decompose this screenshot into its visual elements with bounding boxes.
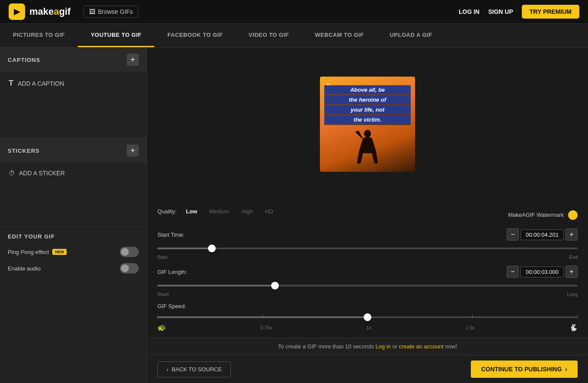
chevron-right-icon: ›: [565, 366, 567, 373]
ping-pong-toggle[interactable]: [120, 247, 139, 257]
gif-quote-line2: the heroine of: [324, 95, 411, 104]
gif-length-decrement[interactable]: −: [507, 266, 519, 278]
logo-text: makeagif: [29, 6, 70, 17]
add-caption-plus-button[interactable]: +: [127, 54, 139, 66]
stickers-content-area: [0, 183, 147, 227]
start-label-left: Start: [157, 254, 167, 260]
start-time-labels: Start End: [157, 254, 578, 260]
watermark-toggle[interactable]: [568, 210, 578, 220]
tab-upload[interactable]: UPLOAD A GIF: [377, 24, 445, 47]
logo-icon: ▶: [9, 3, 25, 20]
start-time-row: Start Time: − 00:00:04.201 + Start End: [157, 229, 578, 260]
start-label-right: End: [569, 254, 578, 260]
gif-speed-fill: [157, 316, 368, 318]
create-account-link[interactable]: create an account: [399, 343, 444, 350]
enable-audio-label-area: Enable audio: [8, 265, 41, 272]
gif-length-slider[interactable]: [157, 281, 578, 290]
gif-length-increment[interactable]: +: [566, 266, 578, 278]
browse-gifs-label: Browse GIFs: [98, 8, 133, 15]
gif-speed-thumb[interactable]: [364, 313, 371, 321]
content-area: " Above all, be the heroine of your life…: [147, 48, 588, 383]
enable-audio-row: Enable audio: [8, 263, 139, 274]
tab-webcam[interactable]: WEBCAM TO GIF: [302, 24, 377, 47]
quality-medium[interactable]: Medium: [207, 207, 232, 216]
login-link[interactable]: Log in: [375, 343, 390, 350]
text-icon: T: [9, 79, 13, 88]
quality-hd[interactable]: HD: [262, 207, 276, 216]
back-label: BACK TO SOURCE: [172, 366, 222, 373]
logo-area: ▶ makeagif: [9, 3, 70, 20]
speed-15: 1.5x: [466, 325, 475, 330]
edit-section-title: EDIT YOUR GIF: [8, 233, 139, 240]
ping-pong-row: Ping Pong effect NEW: [8, 247, 139, 257]
gif-length-track: [157, 285, 578, 286]
svg-point-0: [364, 130, 371, 138]
length-label-left: Short: [157, 292, 169, 297]
login-button[interactable]: LOG IN: [459, 8, 479, 15]
start-time-decrement[interactable]: −: [507, 229, 519, 241]
browse-gifs-button[interactable]: 🖼 Browse GIFs: [83, 6, 138, 18]
add-caption-button[interactable]: T ADD A CAPTION: [0, 72, 147, 95]
add-sticker-label: ADD A STICKER: [19, 170, 65, 177]
add-sticker-plus-button[interactable]: +: [127, 145, 139, 157]
tab-facebook[interactable]: FACEBOOK TO GIF: [154, 24, 236, 47]
quality-label: Quality:: [157, 208, 176, 215]
watermark-label: MakeAGIF Watermark: [508, 212, 564, 218]
gif-quote-line1: Above all, be: [324, 85, 411, 94]
header: ▶ makeagif 🖼 Browse GIFs LOG IN SIGN UP …: [0, 0, 588, 24]
back-to-source-button[interactable]: ‹ BACK TO SOURCE: [157, 361, 231, 377]
captions-section-header: CAPTIONS +: [0, 48, 147, 72]
enable-audio-label: Enable audio: [8, 265, 41, 272]
main-layout: CAPTIONS + T ADD A CAPTION STICKERS + ⏱ …: [0, 48, 588, 383]
stickers-section-header: STICKERS +: [0, 138, 147, 163]
quality-low[interactable]: Low: [183, 207, 200, 216]
sidebar: CAPTIONS + T ADD A CAPTION STICKERS + ⏱ …: [0, 48, 147, 383]
start-time-track: [157, 248, 578, 249]
start-time-label-row: Start Time: − 00:00:04.201 +: [157, 229, 578, 241]
gif-speed-label: GIF Speed:: [157, 303, 186, 309]
signup-button[interactable]: SIGN UP: [488, 8, 513, 15]
stickers-title: STICKERS: [8, 148, 40, 154]
try-premium-button[interactable]: TRY PREMIUM: [522, 5, 579, 19]
start-time-slider[interactable]: [157, 244, 578, 253]
gif-speed-row: GIF Speed:: [157, 303, 578, 332]
chevron-left-icon: ‹: [166, 366, 168, 373]
quality-high[interactable]: High: [239, 207, 256, 216]
sticker-icon: ⏱: [9, 170, 15, 177]
quality-row: Quality: Low Medium High HD: [157, 207, 276, 216]
start-time-increment[interactable]: +: [566, 229, 578, 241]
start-time-thumb[interactable]: [208, 245, 216, 252]
fast-icon: 🐇: [569, 323, 578, 332]
tab-video[interactable]: VIDEO TO GIF: [236, 24, 302, 47]
gif-speed-slider[interactable]: [157, 313, 578, 322]
continue-to-publishing-button[interactable]: CONTINUE TO PUBLISHING ›: [471, 360, 578, 378]
slow-icon: 🐢: [157, 323, 166, 332]
add-sticker-button[interactable]: ⏱ ADD A STICKER: [0, 163, 147, 183]
start-time-label: Start Time:: [157, 232, 185, 238]
info-text-before: To create a GIF more than 10 seconds: [278, 343, 375, 350]
tab-pictures[interactable]: PICTURES TO GIF: [0, 24, 78, 47]
footer-bar: ‹ BACK TO SOURCE CONTINUE TO PUBLISHING …: [147, 355, 588, 383]
gif-quote-line4: the victim.: [324, 115, 411, 124]
new-badge: NEW: [52, 249, 67, 255]
enable-audio-toggle[interactable]: [120, 263, 139, 274]
image-icon: 🖼: [89, 8, 95, 15]
add-caption-label: ADD A CAPTION: [18, 80, 64, 87]
speed-1x: 1x: [366, 325, 371, 330]
gif-length-thumb[interactable]: [271, 282, 279, 290]
gif-length-label: GIF Length:: [157, 269, 187, 275]
stickers-section: STICKERS + ⏱ ADD A STICKER: [0, 138, 147, 227]
gif-quote-line3: your life, not: [324, 105, 411, 114]
info-bar: To create a GIF more than 10 seconds Log…: [147, 338, 588, 355]
gif-length-value: 00:00:03.000: [521, 267, 564, 277]
speed-075: 0.75x: [260, 325, 272, 330]
edit-section: EDIT YOUR GIF Ping Pong effect NEW Enabl…: [0, 227, 147, 286]
gif-preview-area: " Above all, be the heroine of your life…: [147, 48, 588, 200]
start-time-fill: [157, 248, 212, 249]
captions-section: CAPTIONS + T ADD A CAPTION: [0, 48, 147, 138]
tab-youtube[interactable]: YOUTUBE TO GIF: [78, 24, 154, 47]
gif-length-fill: [157, 285, 275, 286]
gif-preview-image: " Above all, be the heroine of your life…: [320, 77, 415, 172]
watermark-row: MakeAGIF Watermark: [508, 210, 578, 220]
gif-speed-label-row: GIF Speed:: [157, 303, 578, 309]
